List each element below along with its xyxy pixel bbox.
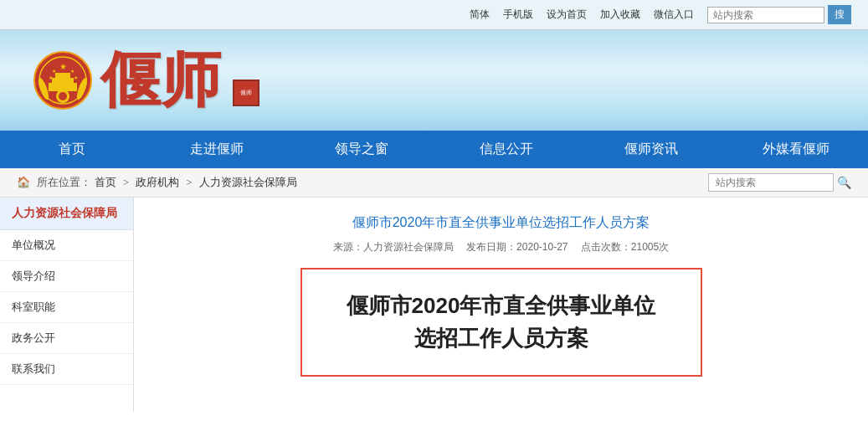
- breadcrumb-bar: 🏠 所在位置： 首页 > 政府机构 > 人力资源社会保障局 🔍: [0, 168, 868, 198]
- article-title[interactable]: 偃师市2020年市直全供事业单位选招工作人员方案: [159, 214, 843, 232]
- main-content: 偃师市2020年市直全供事业单位选招工作人员方案 来源：人力资源社会保障局 发布…: [134, 198, 868, 412]
- sidebar: 人力资源社会保障局 单位概况 领导介绍 科室职能 政务公开 联系我们: [0, 198, 134, 412]
- breadcrumb-level1[interactable]: 政府机构: [136, 175, 179, 190]
- article-date: 发布日期：2020-10-27: [466, 241, 568, 253]
- top-search-row: 搜: [707, 5, 851, 24]
- breadcrumb-left: 🏠 所在位置： 首页 > 政府机构 > 人力资源社会保障局: [17, 175, 297, 190]
- big-title-line1: 偃师市2020年市直全供事业单位: [347, 293, 656, 318]
- top-search-input[interactable]: [707, 7, 824, 23]
- sidebar-item-affairs[interactable]: 政务公开: [0, 323, 133, 354]
- home-icon: 🏠: [17, 176, 30, 189]
- article-views: 点击次数：21005次: [581, 241, 669, 253]
- svg-text:★: ★: [74, 75, 78, 80]
- top-utility-bar: 简体 手机版 设为首页 加入收藏 微信入口 搜: [0, 0, 868, 30]
- top-search-button[interactable]: 搜: [828, 5, 851, 24]
- breadcrumb-search-input[interactable]: [708, 173, 834, 192]
- site-seal: 偃师: [233, 80, 259, 106]
- svg-text:★: ★: [70, 69, 74, 74]
- article-meta: 来源：人力资源社会保障局 发布日期：2020-10-27 点击次数：21005次: [159, 240, 843, 254]
- site-title: 偃师: [100, 50, 221, 110]
- sidebar-item-leadership[interactable]: 领导介绍: [0, 261, 133, 292]
- sidebar-item-overview[interactable]: 单位概况: [0, 230, 133, 261]
- breadcrumb-label: 所在位置：: [37, 175, 91, 190]
- content-area: 人力资源社会保障局 单位概况 领导介绍 科室职能 政务公开 联系我们 偃师市20…: [0, 198, 868, 412]
- sidebar-item-departments[interactable]: 科室职能: [0, 292, 133, 323]
- link-mobile[interactable]: 手机版: [503, 8, 533, 22]
- breadcrumb-search: 🔍: [708, 173, 851, 192]
- link-simplified[interactable]: 简体: [470, 8, 490, 22]
- breadcrumb-sep2: >: [186, 176, 192, 189]
- sidebar-title: 人力资源社会保障局: [0, 198, 133, 230]
- nav-media[interactable]: 外媒看偃师: [723, 131, 868, 168]
- nav-about[interactable]: 走进偃师: [145, 131, 290, 168]
- breadcrumb-level2[interactable]: 人力资源社会保障局: [199, 175, 297, 190]
- breadcrumb-home[interactable]: 首页: [95, 175, 116, 190]
- link-bookmark[interactable]: 加入收藏: [600, 8, 640, 22]
- link-set-homepage[interactable]: 设为首页: [547, 8, 587, 22]
- main-navigation: 首页 走进偃师 领导之窗 信息公开 偃师资讯 外媒看偃师: [0, 131, 868, 168]
- nav-home[interactable]: 首页: [0, 131, 145, 168]
- breadcrumb-sep1: >: [123, 176, 129, 189]
- nav-news[interactable]: 偃师资讯: [578, 131, 723, 168]
- article-source: 来源：人力资源社会保障局: [333, 241, 454, 253]
- logo-area: ★ ★ ★ ★ ★ 偃师 偃师: [33, 50, 259, 110]
- big-title-line2: 选招工作人员方案: [414, 326, 588, 351]
- link-wechat[interactable]: 微信入口: [654, 8, 694, 22]
- breadcrumb-search-button[interactable]: 🔍: [837, 176, 851, 189]
- search-icon: 🔍: [837, 176, 851, 189]
- svg-rect-4: [55, 73, 70, 80]
- svg-text:★: ★: [59, 62, 67, 71]
- national-emblem: ★ ★ ★ ★ ★: [33, 51, 92, 110]
- svg-text:★: ★: [49, 75, 53, 80]
- big-title-box: 偃师市2020年市直全供事业单位 选招工作人员方案: [300, 268, 702, 377]
- nav-info[interactable]: 信息公开: [434, 131, 578, 168]
- site-header: ★ ★ ★ ★ ★ 偃师 偃师: [0, 30, 868, 131]
- big-title-text: 偃师市2020年市直全供事业单位 选招工作人员方案: [319, 290, 684, 355]
- nav-leadership[interactable]: 领导之窗: [290, 131, 434, 168]
- svg-text:★: ★: [52, 69, 56, 74]
- svg-point-13: [59, 92, 67, 100]
- sidebar-item-contact[interactable]: 联系我们: [0, 354, 133, 385]
